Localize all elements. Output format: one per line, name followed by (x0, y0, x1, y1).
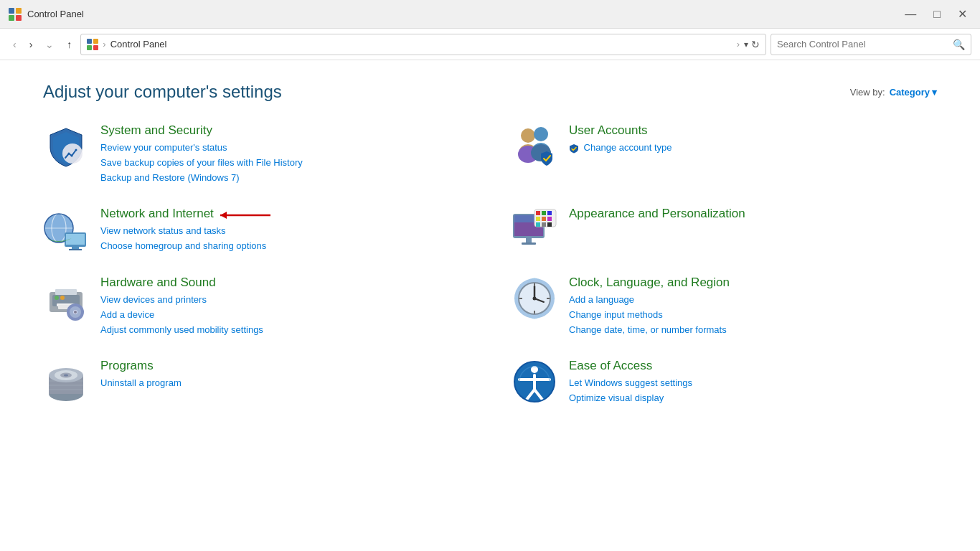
network-title-container: Network and Internet (100, 207, 468, 224)
address-text: Control Panel (110, 39, 732, 50)
svg-rect-25 (69, 249, 82, 250)
network-internet-content: Network and Internet View network status… (100, 207, 468, 254)
view-by-value[interactable]: Category ▾ (890, 87, 937, 98)
network-internet-link-1[interactable]: View network status and tasks (100, 224, 468, 239)
system-security-title[interactable]: System and Security (100, 123, 468, 138)
back-button[interactable]: ‹ (9, 36, 21, 53)
close-button[interactable]: ✕ (953, 7, 971, 21)
address-dropdown-button[interactable]: ▾ (744, 39, 748, 50)
category-ease-of-access[interactable]: Ease of Access Let Windows suggest setti… (512, 359, 937, 406)
appearance-content: Appearance and Personalization (569, 207, 937, 224)
category-programs[interactable]: Programs Uninstall a program (43, 359, 468, 406)
svg-rect-3 (16, 15, 22, 21)
clock-language-link-3[interactable]: Change date, time, or number formats (569, 323, 937, 338)
forward-button[interactable]: › (25, 36, 37, 53)
svg-rect-42 (526, 238, 532, 242)
svg-marker-27 (220, 212, 227, 219)
clock-language-link-1[interactable]: Add a language (569, 293, 937, 308)
system-security-link-3[interactable]: Backup and Restore (Windows 7) (100, 171, 468, 186)
svg-rect-41 (547, 222, 552, 227)
ease-of-access-link-1[interactable]: Let Windows suggest settings (569, 376, 937, 391)
minimize-button[interactable]: — (900, 8, 920, 21)
svg-rect-5 (93, 39, 98, 44)
search-input[interactable] (777, 39, 948, 50)
user-accounts-title[interactable]: User Accounts (569, 123, 937, 138)
maximize-button[interactable]: □ (929, 8, 945, 21)
svg-point-54 (60, 296, 65, 300)
ease-of-access-link-2[interactable]: Optimize visual display (569, 391, 937, 406)
svg-rect-4 (87, 39, 92, 44)
svg-rect-46 (55, 289, 77, 295)
hardware-sound-link-2[interactable]: Add a device (100, 308, 468, 323)
category-network-internet[interactable]: Network and Internet View network status… (43, 207, 468, 254)
svg-point-64 (533, 296, 537, 300)
user-accounts-link-1[interactable]: Change account type (569, 141, 937, 156)
network-internet-title[interactable]: Network and Internet (100, 207, 214, 221)
view-by-control: View by: Category ▾ (850, 87, 937, 98)
network-internet-icon (43, 207, 89, 253)
hardware-sound-icon (43, 276, 89, 321)
svg-rect-0 (9, 8, 14, 14)
svg-point-15 (534, 127, 548, 141)
programs-link-1[interactable]: Uninstall a program (100, 376, 468, 391)
svg-point-53 (55, 296, 59, 300)
svg-point-9 (68, 153, 70, 155)
control-panel-icon (9, 8, 22, 21)
view-by-label: View by: (850, 87, 885, 98)
address-bar[interactable]: › Control Panel › ▾ ↻ (80, 34, 766, 55)
up-button[interactable]: ↑ (62, 36, 76, 53)
search-box[interactable]: 🔍 (771, 34, 971, 55)
svg-point-8 (62, 143, 83, 164)
svg-rect-37 (542, 217, 546, 221)
svg-point-12 (521, 128, 535, 143)
svg-rect-40 (542, 222, 546, 227)
programs-icon (43, 359, 89, 405)
svg-rect-6 (87, 45, 92, 50)
svg-rect-33 (536, 211, 540, 215)
svg-rect-34 (542, 211, 546, 215)
appearance-title[interactable]: Appearance and Personalization (569, 207, 937, 221)
clock-language-link-2[interactable]: Change input methods (569, 308, 937, 323)
navigation-bar: ‹ › ⌄ ↑ › Control Panel › ▾ ↻ 🔍 (0, 29, 980, 60)
clock-language-content: Clock, Language, and Region Add a langua… (569, 276, 937, 337)
hardware-sound-content: Hardware and Sound View devices and prin… (100, 276, 468, 337)
svg-rect-43 (522, 242, 536, 245)
window-title: Control Panel (27, 9, 84, 19)
programs-title[interactable]: Programs (100, 359, 468, 373)
category-system-security[interactable]: System and Security Review your computer… (43, 123, 468, 185)
category-user-accounts[interactable]: User Accounts Change account type (512, 123, 937, 185)
category-hardware-sound[interactable]: Hardware and Sound View devices and prin… (43, 276, 468, 337)
svg-point-74 (64, 375, 68, 377)
svg-rect-24 (72, 247, 79, 249)
svg-rect-1 (16, 8, 22, 14)
address-separator-2: › (737, 39, 740, 50)
user-accounts-icon (512, 123, 557, 169)
clock-language-title[interactable]: Clock, Language, and Region (569, 276, 937, 290)
category-clock-language[interactable]: Clock, Language, and Region Add a langua… (512, 276, 937, 337)
ease-of-access-icon (512, 359, 557, 405)
page-title: Adjust your computer's settings (43, 82, 282, 102)
hardware-sound-title[interactable]: Hardware and Sound (100, 276, 468, 290)
svg-rect-23 (66, 234, 85, 245)
category-appearance[interactable]: Appearance and Personalization (512, 207, 937, 254)
system-security-link-2[interactable]: Save backup copies of your files with Fi… (100, 156, 468, 171)
refresh-button[interactable]: ↻ (751, 39, 760, 50)
network-internet-link-2[interactable]: Choose homegroup and sharing options (100, 239, 468, 254)
recent-locations-button[interactable]: ⌄ (41, 36, 58, 53)
ease-of-access-title[interactable]: Ease of Access (569, 359, 937, 373)
svg-point-10 (71, 155, 73, 157)
page-header: Adjust your computer's settings View by:… (43, 82, 937, 102)
svg-rect-35 (547, 211, 552, 215)
appearance-icon (512, 207, 557, 253)
svg-rect-38 (547, 217, 552, 221)
window-controls: — □ ✕ (900, 7, 971, 21)
search-icon: 🔍 (953, 39, 965, 50)
main-content: Adjust your computer's settings View by:… (0, 60, 980, 551)
address-separator-1: › (103, 39, 105, 50)
address-bar-icon (87, 39, 98, 50)
address-bar-controls: ▾ ↻ (744, 39, 760, 50)
categories-grid: System and Security Review your computer… (43, 123, 937, 406)
hardware-sound-link-1[interactable]: View devices and printers (100, 293, 468, 308)
system-security-link-1[interactable]: Review your computer's status (100, 141, 468, 156)
hardware-sound-link-3[interactable]: Adjust commonly used mobility settings (100, 323, 468, 338)
